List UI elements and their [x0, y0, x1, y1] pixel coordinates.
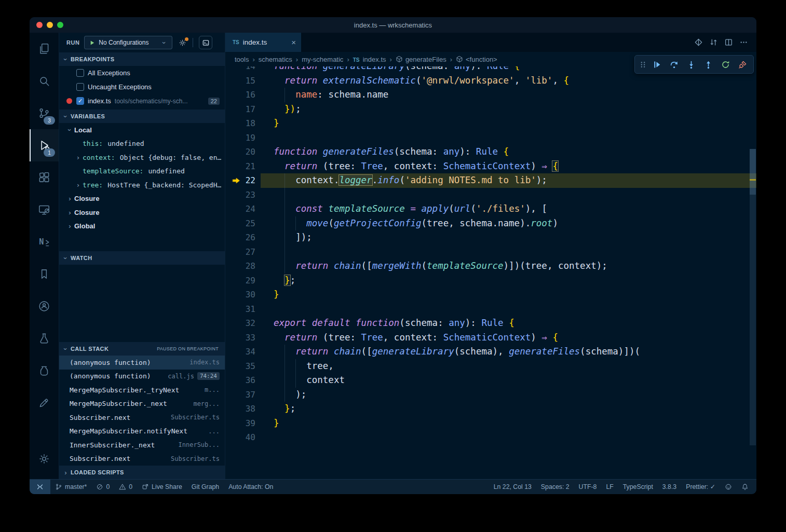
tab-close-icon[interactable]: ×: [291, 38, 296, 47]
code-line[interactable]: return chain([mergeWith(templateSource)]…: [261, 259, 756, 274]
code-line[interactable]: return externalSchematic('@nrwl/workspac…: [261, 74, 756, 88]
status-encoding[interactable]: UTF-8: [574, 480, 602, 494]
variable-scope-row[interactable]: ›Global: [59, 220, 225, 234]
variable-row[interactable]: templateSource:undefined: [59, 165, 225, 179]
step-into-button[interactable]: [683, 57, 700, 72]
activity-settings[interactable]: [30, 443, 59, 475]
call-stack-frame[interactable]: InnerSubscriber._nextInnerSub...: [59, 438, 225, 452]
line-number[interactable]: 29: [225, 274, 261, 288]
tab-index-ts[interactable]: TS index.ts ×: [225, 33, 301, 52]
status-remote-indicator[interactable]: [30, 480, 50, 494]
activity-extensions[interactable]: [30, 161, 59, 194]
activity-testing[interactable]: [30, 322, 59, 354]
line-number[interactable]: 28: [225, 259, 261, 274]
activity-source-control[interactable]: 3: [30, 97, 59, 129]
code-line[interactable]: move(getProjectConfig(tree, schema.name)…: [261, 216, 756, 231]
code-line[interactable]: const templateSource = apply(url('./file…: [261, 202, 756, 216]
code-line[interactable]: context: [261, 373, 756, 388]
line-number[interactable]: 18: [225, 116, 261, 131]
variable-scope-row[interactable]: ›Closure: [59, 192, 225, 206]
status-feedback[interactable]: [720, 480, 737, 494]
code-line[interactable]: [261, 131, 756, 145]
breadcrumb-item[interactable]: tools: [235, 56, 249, 63]
breadcrumb-item[interactable]: TSindex.ts: [353, 56, 386, 63]
breakpoint-checkbox[interactable]: [76, 69, 84, 77]
status-eol[interactable]: LF: [601, 480, 618, 494]
code-line[interactable]: export default function(schema: any): Ru…: [261, 316, 756, 331]
call-stack-header[interactable]: › CALL STACK PAUSED ON BREAKPOINT: [59, 342, 225, 356]
line-number[interactable]: 27: [225, 245, 261, 260]
watch-header[interactable]: › WATCH: [59, 251, 225, 265]
line-number[interactable]: 38: [225, 402, 261, 416]
variable-scope-row[interactable]: ›Local: [59, 123, 225, 137]
code-viewport[interactable]: 14function generateLibrary(schema: any):…: [225, 66, 756, 479]
line-number[interactable]: 32: [225, 316, 261, 331]
loaded-scripts-header[interactable]: › LOADED SCRIPTS: [59, 466, 225, 479]
call-stack-frame[interactable]: Subscriber.nextSubscriber.ts: [59, 452, 225, 466]
debug-settings-gear[interactable]: [178, 38, 187, 47]
variable-row[interactable]: ›tree:HostTree {_backend: ScopedH…: [59, 178, 225, 192]
line-number[interactable]: 20: [225, 145, 261, 159]
line-number[interactable]: 15: [225, 74, 261, 88]
minimize-button[interactable]: [47, 22, 53, 28]
status-language[interactable]: TypeScript: [618, 480, 658, 494]
step-over-button[interactable]: [666, 57, 683, 72]
activity-containers[interactable]: [30, 354, 59, 387]
compare-button[interactable]: [709, 38, 718, 47]
line-number[interactable]: 26: [225, 230, 261, 245]
code-line[interactable]: });: [261, 102, 756, 117]
breakpoint-checkbox[interactable]: ✓: [76, 97, 84, 105]
activity-live-share[interactable]: [30, 290, 59, 322]
line-number[interactable]: 35: [225, 359, 261, 374]
step-out-button[interactable]: [700, 57, 717, 72]
line-number[interactable]: 37: [225, 388, 261, 402]
code-line[interactable]: }: [261, 416, 756, 431]
status-prettier[interactable]: Prettier: ✓: [681, 480, 720, 494]
line-number[interactable]: 30: [225, 288, 261, 302]
line-number[interactable]: 40: [225, 430, 261, 445]
call-stack-frame[interactable]: MergeMapSubscriber._tryNextm...: [59, 383, 225, 397]
code-line[interactable]: );: [261, 388, 756, 402]
status-git-branch[interactable]: master*: [50, 480, 91, 494]
status-notifications[interactable]: [737, 480, 753, 494]
line-number[interactable]: 22: [225, 173, 261, 188]
code-line[interactable]: [261, 430, 756, 445]
line-number[interactable]: 21: [225, 159, 261, 174]
debug-console-button[interactable]: [199, 36, 212, 49]
code-line[interactable]: context.logger.info('adding NOTES.md to …: [261, 173, 756, 188]
breadcrumb-item[interactable]: my-schematic: [302, 56, 343, 63]
line-number[interactable]: 25: [225, 216, 261, 231]
breakpoint-row[interactable]: Uncaught Exceptions: [59, 80, 225, 94]
status-cursor-position[interactable]: Ln 22, Col 13: [489, 480, 536, 494]
activity-explorer[interactable]: [30, 33, 59, 65]
more-actions-button[interactable]: [739, 38, 748, 47]
code-line[interactable]: }: [261, 116, 756, 131]
call-stack-frame[interactable]: MergeMapSubscriber.notifyNext...: [59, 425, 225, 439]
variable-row[interactable]: this:undefined: [59, 137, 225, 151]
line-number[interactable]: 24: [225, 202, 261, 216]
breakpoints-header[interactable]: › BREAKPOINTS: [59, 52, 225, 66]
code-line[interactable]: name: schema.name: [261, 88, 756, 102]
call-stack-frame[interactable]: (anonymous function)call.js74:24: [59, 370, 225, 384]
activity-search[interactable]: [30, 65, 59, 97]
launch-config-dropdown[interactable]: No Configurations ›: [84, 36, 172, 49]
status-warnings[interactable]: 0: [114, 480, 137, 494]
split-editor-button[interactable]: [724, 38, 733, 47]
line-number[interactable]: 33: [225, 331, 261, 345]
call-stack-frame[interactable]: Subscriber.nextSubscriber.ts: [59, 411, 225, 425]
open-changes-button[interactable]: [694, 38, 703, 47]
continue-button[interactable]: [648, 57, 666, 72]
status-ts-version[interactable]: 3.8.3: [658, 480, 681, 494]
line-number[interactable]: 31: [225, 302, 261, 317]
activity-run-debug[interactable]: 1: [30, 129, 59, 161]
code-line[interactable]: };: [261, 274, 756, 288]
code-line[interactable]: };: [261, 402, 756, 416]
code-line[interactable]: return (tree: Tree, context: SchematicCo…: [261, 331, 756, 345]
status-auto-attach[interactable]: Auto Attach: On: [224, 480, 278, 494]
restart-button[interactable]: [717, 57, 734, 72]
code-line[interactable]: function generateFiles(schema: any): Rul…: [261, 145, 756, 159]
activity-notes[interactable]: [30, 387, 59, 419]
call-stack-frame[interactable]: MergeMapSubscriber._nextmerg...: [59, 397, 225, 411]
status-live-share[interactable]: Live Share: [137, 480, 187, 494]
status-indentation[interactable]: Spaces: 2: [536, 480, 574, 494]
